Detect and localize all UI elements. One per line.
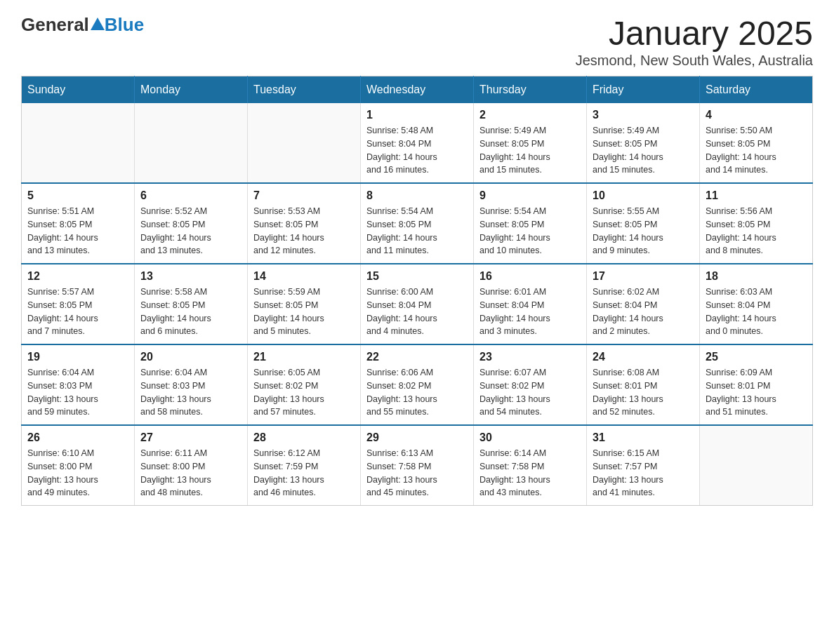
day-info: Sunrise: 6:14 AM Sunset: 7:58 PM Dayligh… <box>479 447 581 499</box>
day-info: Sunrise: 5:49 AM Sunset: 8:05 PM Dayligh… <box>479 124 581 177</box>
day-number: 5 <box>27 189 128 202</box>
day-number: 20 <box>140 351 241 363</box>
day-number: 3 <box>593 109 694 121</box>
day-of-week-header: Monday <box>135 76 248 104</box>
day-number: 4 <box>706 109 807 121</box>
calendar-cell: 31Sunrise: 6:15 AM Sunset: 7:57 PM Dayli… <box>587 425 700 506</box>
day-number: 8 <box>366 189 468 202</box>
calendar-week-row: 12Sunrise: 5:57 AM Sunset: 8:05 PM Dayli… <box>22 264 813 344</box>
calendar-cell: 4Sunrise: 5:50 AM Sunset: 8:05 PM Daylig… <box>700 103 813 183</box>
day-number: 19 <box>27 351 128 363</box>
calendar-cell: 20Sunrise: 6:04 AM Sunset: 8:03 PM Dayli… <box>135 344 248 425</box>
day-info: Sunrise: 6:00 AM Sunset: 8:04 PM Dayligh… <box>366 286 468 338</box>
calendar-cell <box>248 103 361 183</box>
day-number: 24 <box>593 351 694 363</box>
calendar-cell: 7Sunrise: 5:53 AM Sunset: 8:05 PM Daylig… <box>248 183 361 264</box>
calendar-cell: 6Sunrise: 5:52 AM Sunset: 8:05 PM Daylig… <box>135 183 248 264</box>
day-number: 16 <box>479 270 581 283</box>
day-info: Sunrise: 5:54 AM Sunset: 8:05 PM Dayligh… <box>479 205 581 257</box>
calendar-header: SundayMondayTuesdayWednesdayThursdayFrid… <box>22 76 813 104</box>
calendar-cell: 21Sunrise: 6:05 AM Sunset: 8:02 PM Dayli… <box>248 344 361 425</box>
calendar-cell <box>22 103 135 183</box>
calendar-cell: 23Sunrise: 6:07 AM Sunset: 8:02 PM Dayli… <box>474 344 587 425</box>
logo-blue-text: Blue <box>105 14 144 36</box>
day-number: 25 <box>706 351 807 363</box>
logo-general-text: General <box>21 14 89 36</box>
calendar-cell: 1Sunrise: 5:48 AM Sunset: 8:04 PM Daylig… <box>361 103 474 183</box>
calendar-cell: 30Sunrise: 6:14 AM Sunset: 7:58 PM Dayli… <box>474 425 587 506</box>
day-of-week-header: Thursday <box>474 76 587 104</box>
calendar-cell: 12Sunrise: 5:57 AM Sunset: 8:05 PM Dayli… <box>22 264 135 344</box>
day-number: 30 <box>479 431 581 444</box>
day-number: 6 <box>140 189 241 202</box>
day-info: Sunrise: 6:05 AM Sunset: 8:02 PM Dayligh… <box>253 366 355 419</box>
day-info: Sunrise: 6:15 AM Sunset: 7:57 PM Dayligh… <box>593 447 694 499</box>
calendar-cell: 16Sunrise: 6:01 AM Sunset: 8:04 PM Dayli… <box>474 264 587 344</box>
calendar-body: 1Sunrise: 5:48 AM Sunset: 8:04 PM Daylig… <box>22 103 813 506</box>
day-info: Sunrise: 6:13 AM Sunset: 7:58 PM Dayligh… <box>366 447 468 499</box>
day-info: Sunrise: 5:55 AM Sunset: 8:05 PM Dayligh… <box>593 205 694 257</box>
day-number: 7 <box>253 189 355 202</box>
day-info: Sunrise: 6:08 AM Sunset: 8:01 PM Dayligh… <box>593 366 694 419</box>
calendar-cell: 22Sunrise: 6:06 AM Sunset: 8:02 PM Dayli… <box>361 344 474 425</box>
day-number: 22 <box>366 351 468 363</box>
calendar-cell: 24Sunrise: 6:08 AM Sunset: 8:01 PM Dayli… <box>587 344 700 425</box>
logo-triangle-icon <box>91 18 105 30</box>
day-number: 26 <box>27 431 128 444</box>
day-info: Sunrise: 6:12 AM Sunset: 7:59 PM Dayligh… <box>253 447 355 499</box>
day-info: Sunrise: 6:09 AM Sunset: 8:01 PM Dayligh… <box>706 366 807 419</box>
calendar-week-row: 5Sunrise: 5:51 AM Sunset: 8:05 PM Daylig… <box>22 183 813 264</box>
day-number: 10 <box>593 189 694 202</box>
calendar-cell: 29Sunrise: 6:13 AM Sunset: 7:58 PM Dayli… <box>361 425 474 506</box>
day-of-week-header: Sunday <box>22 76 135 104</box>
day-info: Sunrise: 6:07 AM Sunset: 8:02 PM Dayligh… <box>479 366 581 419</box>
day-number: 27 <box>140 431 241 444</box>
calendar-cell: 28Sunrise: 6:12 AM Sunset: 7:59 PM Dayli… <box>248 425 361 506</box>
calendar-cell: 3Sunrise: 5:49 AM Sunset: 8:05 PM Daylig… <box>587 103 700 183</box>
day-info: Sunrise: 6:04 AM Sunset: 8:03 PM Dayligh… <box>27 366 128 419</box>
calendar-cell: 8Sunrise: 5:54 AM Sunset: 8:05 PM Daylig… <box>361 183 474 264</box>
day-info: Sunrise: 5:48 AM Sunset: 8:04 PM Dayligh… <box>366 124 468 177</box>
calendar-week-row: 19Sunrise: 6:04 AM Sunset: 8:03 PM Dayli… <box>22 344 813 425</box>
calendar-cell: 26Sunrise: 6:10 AM Sunset: 8:00 PM Dayli… <box>22 425 135 506</box>
day-number: 29 <box>366 431 468 444</box>
day-info: Sunrise: 5:49 AM Sunset: 8:05 PM Dayligh… <box>593 124 694 177</box>
day-number: 9 <box>479 189 581 202</box>
day-number: 18 <box>706 270 807 283</box>
day-info: Sunrise: 6:10 AM Sunset: 8:00 PM Dayligh… <box>27 447 128 499</box>
day-number: 23 <box>479 351 581 363</box>
page-header: General Blue January 2025 Jesmond, New S… <box>21 14 813 69</box>
calendar-cell: 11Sunrise: 5:56 AM Sunset: 8:05 PM Dayli… <box>700 183 813 264</box>
calendar-cell: 14Sunrise: 5:59 AM Sunset: 8:05 PM Dayli… <box>248 264 361 344</box>
day-of-week-header: Wednesday <box>361 76 474 104</box>
calendar-cell: 17Sunrise: 6:02 AM Sunset: 8:04 PM Dayli… <box>587 264 700 344</box>
logo: General Blue <box>21 14 144 36</box>
calendar-week-row: 1Sunrise: 5:48 AM Sunset: 8:04 PM Daylig… <box>22 103 813 183</box>
calendar-cell: 18Sunrise: 6:03 AM Sunset: 8:04 PM Dayli… <box>700 264 813 344</box>
calendar-cell <box>700 425 813 506</box>
day-number: 11 <box>706 189 807 202</box>
day-number: 17 <box>593 270 694 283</box>
day-number: 15 <box>366 270 468 283</box>
day-number: 12 <box>27 270 128 283</box>
day-info: Sunrise: 6:02 AM Sunset: 8:04 PM Dayligh… <box>593 286 694 338</box>
day-info: Sunrise: 5:54 AM Sunset: 8:05 PM Dayligh… <box>366 205 468 257</box>
calendar-cell: 19Sunrise: 6:04 AM Sunset: 8:03 PM Dayli… <box>22 344 135 425</box>
day-info: Sunrise: 5:56 AM Sunset: 8:05 PM Dayligh… <box>706 205 807 257</box>
page-title: January 2025 <box>576 14 813 53</box>
day-of-week-header: Tuesday <box>248 76 361 104</box>
day-info: Sunrise: 5:52 AM Sunset: 8:05 PM Dayligh… <box>140 205 241 257</box>
title-block: January 2025 Jesmond, New South Wales, A… <box>576 14 813 69</box>
day-info: Sunrise: 5:58 AM Sunset: 8:05 PM Dayligh… <box>140 286 241 338</box>
day-info: Sunrise: 6:06 AM Sunset: 8:02 PM Dayligh… <box>366 366 468 419</box>
day-info: Sunrise: 5:50 AM Sunset: 8:05 PM Dayligh… <box>706 124 807 177</box>
day-number: 1 <box>366 109 468 121</box>
day-info: Sunrise: 5:51 AM Sunset: 8:05 PM Dayligh… <box>27 205 128 257</box>
calendar-cell: 10Sunrise: 5:55 AM Sunset: 8:05 PM Dayli… <box>587 183 700 264</box>
day-info: Sunrise: 5:57 AM Sunset: 8:05 PM Dayligh… <box>27 286 128 338</box>
day-info: Sunrise: 6:01 AM Sunset: 8:04 PM Dayligh… <box>479 286 581 338</box>
calendar-cell: 5Sunrise: 5:51 AM Sunset: 8:05 PM Daylig… <box>22 183 135 264</box>
day-of-week-header: Saturday <box>700 76 813 104</box>
day-number: 21 <box>253 351 355 363</box>
day-info: Sunrise: 5:59 AM Sunset: 8:05 PM Dayligh… <box>253 286 355 338</box>
